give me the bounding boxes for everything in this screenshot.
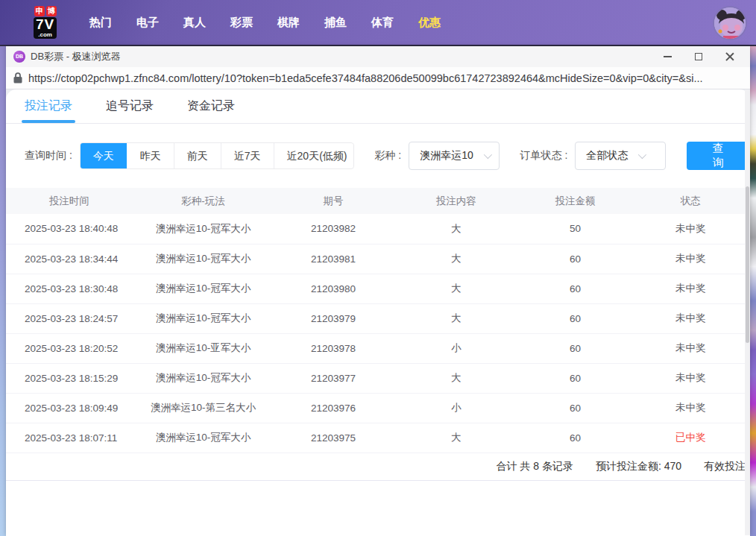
table-row[interactable]: 2025-03-23 18:07:11 澳洲幸运10-冠军大小 21203975… [6, 423, 750, 453]
top-nav-item-1[interactable]: 电子 [136, 16, 159, 30]
table-row[interactable]: 2025-03-23 18:15:29 澳洲幸运10-冠军大小 21203977… [6, 363, 750, 393]
top-nav-item-4[interactable]: 棋牌 [277, 16, 300, 30]
time-filter-label: 查询时间 : [25, 149, 72, 163]
cell-status: 未中奖 [631, 303, 750, 333]
lock-icon [13, 72, 22, 83]
order-status-select[interactable]: 全部状态 [575, 142, 666, 170]
top-nav-items: 热门电子真人彩票棋牌捕鱼体育优惠 [89, 16, 441, 30]
cell-game-play: 澳洲幸运10-第三名大小 [133, 393, 274, 423]
browser-window: DB DB彩票 - 极速浏览器 https://ctop02pchwp1.zfn… [6, 46, 750, 536]
lottery-filter-label: 彩种 : [374, 149, 401, 163]
logo-badge-bo: 博 [46, 6, 57, 16]
top-nav-item-3[interactable]: 彩票 [230, 16, 253, 30]
cell-bet-amount: 60 [520, 274, 631, 303]
maximize-icon [695, 53, 702, 60]
cell-issue-no: 21203979 [274, 303, 393, 333]
top-nav-item-0[interactable]: 热门 [89, 16, 112, 30]
close-button[interactable] [714, 47, 746, 66]
total-records-label: 合计 共 8 条记录 [497, 460, 573, 473]
time-range-segments: 今天昨天前天近7天近20天(低频) [80, 142, 354, 169]
tab-1[interactable]: 追号记录 [106, 89, 154, 123]
summary-bar: 合计 共 8 条记录 预计投注金额: 470 有效投注金额: [6, 453, 750, 481]
cell-issue-no: 21203980 [274, 274, 393, 303]
cell-issue-no: 21203977 [274, 363, 393, 393]
cell-bet-time: 2025-03-23 18:09:49 [6, 393, 133, 423]
cell-status: 未中奖 [631, 274, 750, 303]
cell-bet-amount: 60 [520, 423, 631, 453]
cell-bet-content: 大 [393, 274, 520, 303]
cell-status: 未中奖 [631, 333, 750, 363]
cell-bet-amount: 60 [520, 244, 631, 274]
time-range-option[interactable]: 近7天 [221, 143, 274, 168]
cell-bet-amount: 60 [520, 393, 631, 423]
record-tabs: 投注记录追号记录资金记录 [6, 89, 750, 124]
table-row[interactable]: 2025-03-23 18:09:49 澳洲幸运10-第三名大小 2120397… [6, 393, 750, 423]
table-column-header: 彩种-玩法 [133, 188, 274, 214]
bet-records-table: 投注时间彩种-玩法期号投注内容投注金额状态 2025-03-23 18:40:4… [6, 188, 750, 453]
top-nav-item-7[interactable]: 优惠 [418, 16, 441, 30]
cell-game-play: 澳洲幸运10-亚军大小 [133, 333, 274, 363]
filter-bar: 查询时间 : 今天昨天前天近7天近20天(低频) 彩种 : 澳洲幸运10 订单状… [25, 142, 750, 170]
user-avatar[interactable] [713, 6, 747, 40]
cell-game-play: 澳洲幸运10-冠军大小 [133, 303, 274, 333]
cell-bet-amount: 60 [520, 303, 631, 333]
tab-2[interactable]: 资金记录 [187, 89, 235, 123]
table-row[interactable]: 2025-03-23 18:20:52 澳洲幸运10-亚军大小 21203978… [6, 333, 750, 363]
table-row[interactable]: 2025-03-23 18:30:48 澳洲幸运10-冠军大小 21203980… [6, 274, 750, 303]
table-column-header: 期号 [274, 188, 393, 214]
cell-status: 已中奖 [631, 423, 750, 453]
table-column-header: 状态 [631, 188, 750, 214]
cell-bet-time: 2025-03-23 18:20:52 [6, 333, 133, 363]
maximize-button[interactable] [683, 47, 714, 66]
cell-bet-amount: 50 [520, 214, 631, 244]
scrollbar-thumb[interactable] [746, 186, 749, 343]
cell-status: 未中奖 [631, 363, 750, 393]
cell-bet-time: 2025-03-23 18:34:44 [6, 244, 133, 274]
table-body: 2025-03-23 18:40:48 澳洲幸运10-冠军大小 21203982… [6, 214, 750, 453]
top-nav-item-6[interactable]: 体育 [371, 16, 394, 30]
cell-status: 未中奖 [631, 393, 750, 423]
table-row[interactable]: 2025-03-23 18:24:57 澳洲幸运10-冠军大小 21203979… [6, 303, 750, 333]
minimize-button[interactable] [652, 47, 683, 66]
tab-0[interactable]: 投注记录 [25, 89, 72, 123]
vertical-scrollbar[interactable] [745, 89, 750, 535]
table-row[interactable]: 2025-03-23 18:40:48 澳洲幸运10-冠军大小 21203982… [6, 214, 750, 244]
table-row[interactable]: 2025-03-23 18:34:44 澳洲幸运10-冠军大小 21203981… [6, 244, 750, 274]
search-button[interactable]: 查询 [687, 142, 750, 170]
cell-game-play: 澳洲幸运10-冠军大小 [133, 244, 274, 274]
table-column-header: 投注内容 [393, 188, 520, 214]
cell-bet-content: 大 [393, 214, 520, 244]
time-range-option[interactable]: 前天 [174, 143, 221, 168]
cell-bet-time: 2025-03-23 18:07:11 [6, 423, 133, 453]
time-range-option[interactable]: 近20天(低频) [274, 143, 354, 168]
valid-amount-label: 有效投注金额: [704, 460, 750, 473]
cell-issue-no: 21203978 [274, 333, 393, 363]
url-bar[interactable]: https://ctop02pchwp1.zfnc84.com/lottery/… [6, 67, 750, 89]
page-content: 投注记录追号记录资金记录 查询时间 : 今天昨天前天近7天近20天(低频) 彩种… [6, 89, 750, 535]
page-background-left-strip [0, 46, 6, 536]
expected-amount-label: 预计投注金额: 470 [596, 460, 681, 473]
logo-badge-shen: 申 [34, 6, 45, 16]
time-range-option[interactable]: 今天 [81, 143, 127, 168]
site-logo[interactable]: 申 博 7V .com [34, 6, 71, 39]
cell-issue-no: 21203981 [274, 244, 393, 274]
page-background-right-strip [750, 46, 756, 536]
table-header-row: 投注时间彩种-玩法期号投注内容投注金额状态 [6, 188, 750, 214]
lottery-select[interactable]: 澳洲幸运10 [409, 142, 500, 170]
top-nav-item-2[interactable]: 真人 [183, 16, 206, 30]
cell-issue-no: 21203976 [274, 393, 393, 423]
status-filter-label: 订单状态 : [520, 149, 568, 163]
time-range-option[interactable]: 昨天 [127, 143, 174, 168]
cell-issue-no: 21203982 [274, 214, 393, 244]
cell-issue-no: 21203975 [274, 423, 393, 453]
top-nav-item-5[interactable]: 捕鱼 [324, 16, 347, 30]
minimize-icon [664, 56, 672, 57]
cell-bet-content: 大 [393, 423, 520, 453]
cell-bet-time: 2025-03-23 18:40:48 [6, 214, 133, 244]
window-titlebar: DB DB彩票 - 极速浏览器 [6, 46, 750, 67]
url-text: https://ctop02pchwp1.zfnc84.com/lottery/… [28, 72, 703, 84]
cell-bet-content: 大 [393, 363, 520, 393]
cell-status: 未中奖 [631, 214, 750, 244]
window-controls [652, 47, 746, 66]
cell-bet-time: 2025-03-23 18:30:48 [6, 274, 133, 303]
